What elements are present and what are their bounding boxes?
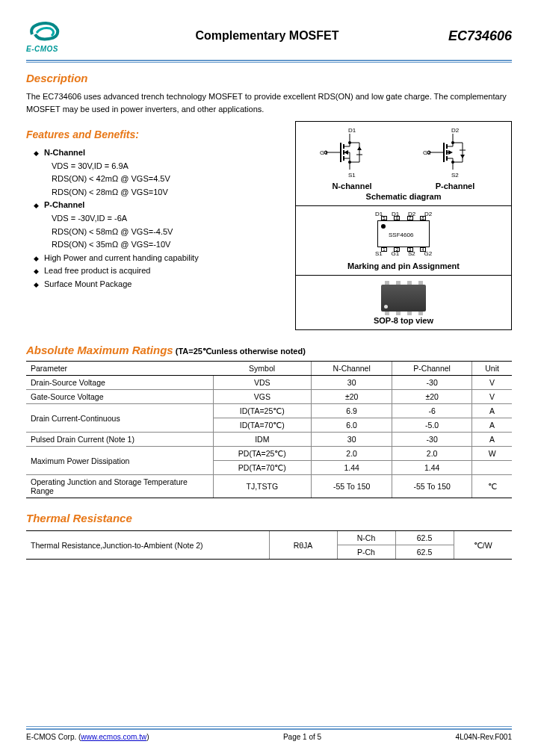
ratings-condition: (TA=25℃unless otherwise noted) [176, 347, 306, 356]
feature-item: P-Channel [34, 199, 286, 212]
page-header: E-CMOS Complementary MOSFET EC734606 [26, 15, 512, 57]
feature-item: RDS(ON) < 28mΩ @ VGS=10V [34, 186, 286, 199]
p-channel-symbol: D2 [421, 126, 489, 190]
svg-text:D2: D2 [451, 127, 460, 134]
ratings-row: Maximum Power DissipationPD(TA=25℃)2.02.… [26, 447, 512, 461]
svg-point-19 [348, 161, 351, 164]
footer-page: Page 1 of 5 [283, 733, 321, 741]
n-channel-symbol: D1 [318, 126, 386, 190]
footer-rev: 4L04N-Rev.F001 [456, 733, 512, 741]
ratings-row: Drain Current-ContinuousID(TA=25℃)6.9-6A [26, 404, 512, 418]
document-title: Complementary MOSFET [86, 29, 448, 43]
thermal-n-value: 62.5 [395, 531, 454, 545]
thermal-p-value: 62.5 [395, 545, 454, 560]
feature-item: VDS = 30V,ID = 6.9A [34, 160, 286, 173]
header-rule [26, 60, 512, 63]
chip-outline: 5678 SSF4606 1234 [377, 220, 430, 247]
feature-item: High Power and current handing capabilit… [34, 252, 286, 265]
feature-item: RDS(ON) < 42mΩ @ VGS=4.5V [34, 173, 286, 186]
thermal-table: Thermal Resistance,Junction-to-Ambient (… [26, 530, 512, 560]
feature-item: VDS = -30V,ID = -6A [34, 212, 286, 226]
features-list: N-ChannelVDS = 30V,ID = 6.9ARDS(ON) < 42… [26, 146, 286, 291]
part-number: EC734606 [448, 28, 512, 44]
svg-marker-39 [460, 155, 465, 158]
schematic-caption: Schematic diagram [300, 192, 507, 201]
svg-text:D1: D1 [348, 127, 356, 134]
page-footer: E-CMOS Corp. (www.ecmos.com.tw) Page 1 o… [26, 726, 512, 741]
svg-text:G2: G2 [423, 149, 431, 156]
features-heading: Features and Benefits: [26, 128, 286, 140]
ratings-row: Drain-Source VoltageVDS30-30V [26, 376, 512, 390]
thermal-pch-label: P-Ch [337, 545, 395, 560]
svg-marker-36 [448, 150, 453, 155]
description-heading: Description [26, 72, 512, 84]
svg-point-43 [451, 161, 454, 164]
ratings-table: ParameterSymbolN-ChannelP-ChannelUnit Dr… [26, 361, 512, 498]
thermal-symbol: RθJA [269, 531, 337, 560]
feature-item: RDS(ON) < 58mΩ @ VGS=-4.5V [34, 226, 286, 239]
feature-item: N-Channel [34, 146, 286, 160]
marking-caption: Marking and pin Assignment [300, 261, 507, 270]
ratings-row: Operating Junction and Storage Temperatu… [26, 475, 512, 498]
thermal-param: Thermal Resistance,Junction-to-Ambient (… [26, 531, 269, 560]
ratings-heading: Absolute Maximum Ratings [26, 344, 173, 356]
ratings-row: Pulsed Drain Current (Note 1)IDM30-30A [26, 433, 512, 447]
chip-marking: SSF4606 [389, 232, 413, 238]
feature-item: RDS(ON) < 35mΩ @ VGS=-10V [34, 238, 286, 252]
pin1-dot-icon [381, 224, 386, 229]
diagram-panel: D1 [295, 121, 512, 330]
footer-link[interactable]: www.ecmos.com.tw [81, 733, 146, 741]
svg-text:S2: S2 [451, 172, 459, 179]
feature-item: Surface Mount Package [34, 278, 286, 291]
svg-text:G1: G1 [320, 149, 328, 156]
sop8-package-icon [381, 285, 426, 312]
n-channel-label: N-channel [318, 182, 386, 190]
thermal-nch-label: N-Ch [337, 531, 395, 545]
footer-corp: E-CMOS Corp. (www.ecmos.com.tw) [26, 733, 149, 741]
logo-text: E-CMOS [26, 45, 86, 53]
thermal-heading: Thermal Resistance [26, 512, 512, 524]
feature-item: Lead free product is acquired [34, 264, 286, 278]
ratings-row: Gate-Source VoltageVGS±20±20V [26, 390, 512, 404]
svg-text:S1: S1 [348, 172, 356, 179]
p-channel-label: P-channel [421, 182, 489, 190]
sop-caption: SOP-8 top view [300, 316, 507, 325]
logo-swirl-icon [26, 19, 62, 43]
logo: E-CMOS [26, 19, 86, 53]
thermal-unit: ℃/W [454, 531, 512, 560]
description-body: The EC734606 uses advanced trench techno… [26, 90, 512, 115]
svg-marker-15 [357, 146, 362, 150]
